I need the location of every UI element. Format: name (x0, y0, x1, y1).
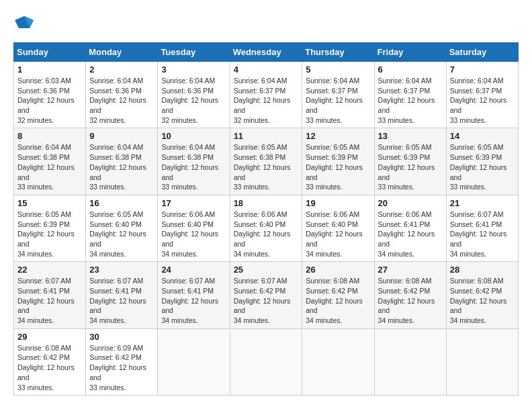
day-number: 5 (306, 64, 370, 75)
day-number: 7 (450, 64, 515, 75)
calendar-header-friday: Friday (374, 43, 446, 62)
day-info: Sunrise: 6:08 AM Sunset: 6:42 PM Dayligh… (17, 343, 82, 392)
calendar-cell: 24 Sunrise: 6:07 AM Sunset: 6:41 PM Dayl… (158, 262, 230, 328)
day-number: 30 (89, 332, 154, 342)
calendar-cell: 13 Sunrise: 6:05 AM Sunset: 6:39 PM Dayl… (374, 128, 446, 195)
calendar-cell (158, 328, 230, 395)
day-number: 19 (306, 198, 370, 208)
calendar-cell: 6 Sunrise: 6:04 AM Sunset: 6:37 PM Dayli… (374, 62, 446, 128)
calendar-cell: 21 Sunrise: 6:07 AM Sunset: 6:41 PM Dayl… (446, 195, 518, 261)
day-info: Sunrise: 6:04 AM Sunset: 6:38 PM Dayligh… (89, 142, 154, 191)
page-header (13, 13, 519, 36)
day-info: Sunrise: 6:08 AM Sunset: 6:42 PM Dayligh… (306, 276, 370, 325)
calendar-cell (374, 328, 446, 395)
day-info: Sunrise: 6:04 AM Sunset: 6:36 PM Dayligh… (89, 76, 154, 125)
day-info: Sunrise: 6:04 AM Sunset: 6:36 PM Dayligh… (161, 76, 226, 125)
day-info: Sunrise: 6:06 AM Sunset: 6:41 PM Dayligh… (378, 210, 443, 259)
day-info: Sunrise: 6:04 AM Sunset: 6:37 PM Dayligh… (234, 76, 299, 125)
calendar-cell: 28 Sunrise: 6:08 AM Sunset: 6:42 PM Dayl… (446, 262, 518, 328)
calendar-header-saturday: Saturday (446, 43, 518, 62)
calendar-week-row: 29 Sunrise: 6:08 AM Sunset: 6:42 PM Dayl… (14, 328, 519, 395)
calendar-header-thursday: Thursday (302, 43, 374, 62)
calendar-cell: 29 Sunrise: 6:08 AM Sunset: 6:42 PM Dayl… (14, 328, 86, 395)
calendar-cell: 22 Sunrise: 6:07 AM Sunset: 6:41 PM Dayl… (14, 262, 86, 328)
day-info: Sunrise: 6:07 AM Sunset: 6:41 PM Dayligh… (89, 276, 154, 325)
logo-icon (15, 13, 34, 32)
calendar-header-tuesday: Tuesday (158, 43, 230, 62)
calendar-cell: 16 Sunrise: 6:05 AM Sunset: 6:40 PM Dayl… (86, 195, 158, 261)
day-number: 17 (161, 198, 226, 208)
day-info: Sunrise: 6:03 AM Sunset: 6:36 PM Dayligh… (17, 76, 82, 125)
calendar-cell: 8 Sunrise: 6:04 AM Sunset: 6:38 PM Dayli… (14, 128, 86, 195)
day-info: Sunrise: 6:05 AM Sunset: 6:39 PM Dayligh… (306, 142, 370, 191)
day-number: 27 (378, 265, 443, 275)
day-number: 29 (17, 332, 82, 342)
calendar-cell: 7 Sunrise: 6:04 AM Sunset: 6:37 PM Dayli… (446, 62, 518, 128)
calendar-header-sunday: Sunday (14, 43, 86, 62)
day-info: Sunrise: 6:05 AM Sunset: 6:39 PM Dayligh… (450, 142, 515, 191)
day-number: 4 (234, 64, 299, 75)
day-number: 6 (378, 64, 443, 75)
day-info: Sunrise: 6:05 AM Sunset: 6:39 PM Dayligh… (17, 210, 82, 259)
day-info: Sunrise: 6:08 AM Sunset: 6:42 PM Dayligh… (378, 276, 443, 325)
day-number: 21 (450, 198, 515, 208)
day-number: 10 (161, 131, 226, 141)
day-number: 28 (450, 265, 515, 275)
day-number: 14 (450, 131, 515, 141)
calendar-week-row: 8 Sunrise: 6:04 AM Sunset: 6:38 PM Dayli… (14, 128, 519, 195)
day-number: 24 (161, 265, 226, 275)
day-info: Sunrise: 6:06 AM Sunset: 6:40 PM Dayligh… (234, 210, 299, 259)
calendar-cell: 1 Sunrise: 6:03 AM Sunset: 6:36 PM Dayli… (14, 62, 86, 128)
calendar-week-row: 22 Sunrise: 6:07 AM Sunset: 6:41 PM Dayl… (14, 262, 519, 328)
day-info: Sunrise: 6:07 AM Sunset: 6:42 PM Dayligh… (234, 276, 299, 325)
day-info: Sunrise: 6:07 AM Sunset: 6:41 PM Dayligh… (17, 276, 82, 325)
calendar-cell: 27 Sunrise: 6:08 AM Sunset: 6:42 PM Dayl… (374, 262, 446, 328)
day-info: Sunrise: 6:04 AM Sunset: 6:38 PM Dayligh… (17, 142, 82, 191)
day-number: 9 (89, 131, 154, 141)
day-number: 2 (89, 64, 154, 75)
calendar-cell: 18 Sunrise: 6:06 AM Sunset: 6:40 PM Dayl… (230, 195, 302, 261)
calendar-cell: 20 Sunrise: 6:06 AM Sunset: 6:41 PM Dayl… (374, 195, 446, 261)
calendar-week-row: 1 Sunrise: 6:03 AM Sunset: 6:36 PM Dayli… (14, 62, 519, 128)
calendar-cell (446, 328, 518, 395)
day-number: 20 (378, 198, 443, 208)
day-number: 1 (17, 64, 82, 75)
calendar-header-row: SundayMondayTuesdayWednesdayThursdayFrid… (14, 43, 519, 62)
logo (13, 13, 34, 36)
day-number: 8 (17, 131, 82, 141)
calendar-cell: 25 Sunrise: 6:07 AM Sunset: 6:42 PM Dayl… (230, 262, 302, 328)
calendar-week-row: 15 Sunrise: 6:05 AM Sunset: 6:39 PM Dayl… (14, 195, 519, 261)
day-number: 13 (378, 131, 443, 141)
day-number: 18 (234, 198, 299, 208)
calendar-cell: 23 Sunrise: 6:07 AM Sunset: 6:41 PM Dayl… (86, 262, 158, 328)
calendar-cell: 17 Sunrise: 6:06 AM Sunset: 6:40 PM Dayl… (158, 195, 230, 261)
day-number: 22 (17, 265, 82, 275)
calendar-cell: 10 Sunrise: 6:04 AM Sunset: 6:38 PM Dayl… (158, 128, 230, 195)
day-info: Sunrise: 6:07 AM Sunset: 6:41 PM Dayligh… (161, 276, 226, 325)
calendar-cell: 4 Sunrise: 6:04 AM Sunset: 6:37 PM Dayli… (230, 62, 302, 128)
day-info: Sunrise: 6:09 AM Sunset: 6:42 PM Dayligh… (89, 343, 154, 392)
calendar-header-wednesday: Wednesday (230, 43, 302, 62)
calendar-cell: 15 Sunrise: 6:05 AM Sunset: 6:39 PM Dayl… (14, 195, 86, 261)
calendar-cell: 5 Sunrise: 6:04 AM Sunset: 6:37 PM Dayli… (302, 62, 374, 128)
day-number: 25 (234, 265, 299, 275)
day-number: 26 (306, 265, 370, 275)
day-info: Sunrise: 6:06 AM Sunset: 6:40 PM Dayligh… (161, 210, 226, 259)
day-number: 12 (306, 131, 370, 141)
day-info: Sunrise: 6:05 AM Sunset: 6:38 PM Dayligh… (234, 142, 299, 191)
day-info: Sunrise: 6:05 AM Sunset: 6:40 PM Dayligh… (89, 210, 154, 259)
calendar-header-monday: Monday (86, 43, 158, 62)
day-info: Sunrise: 6:04 AM Sunset: 6:37 PM Dayligh… (306, 76, 370, 125)
calendar-cell (302, 328, 374, 395)
day-number: 3 (161, 64, 226, 75)
day-info: Sunrise: 6:04 AM Sunset: 6:37 PM Dayligh… (378, 76, 443, 125)
day-number: 11 (234, 131, 299, 141)
calendar-cell: 3 Sunrise: 6:04 AM Sunset: 6:36 PM Dayli… (158, 62, 230, 128)
day-info: Sunrise: 6:08 AM Sunset: 6:42 PM Dayligh… (450, 276, 515, 325)
calendar-cell: 30 Sunrise: 6:09 AM Sunset: 6:42 PM Dayl… (86, 328, 158, 395)
day-number: 15 (17, 198, 82, 208)
calendar-cell: 11 Sunrise: 6:05 AM Sunset: 6:38 PM Dayl… (230, 128, 302, 195)
day-info: Sunrise: 6:06 AM Sunset: 6:40 PM Dayligh… (306, 210, 370, 259)
calendar-cell: 14 Sunrise: 6:05 AM Sunset: 6:39 PM Dayl… (446, 128, 518, 195)
day-info: Sunrise: 6:04 AM Sunset: 6:37 PM Dayligh… (450, 76, 515, 125)
